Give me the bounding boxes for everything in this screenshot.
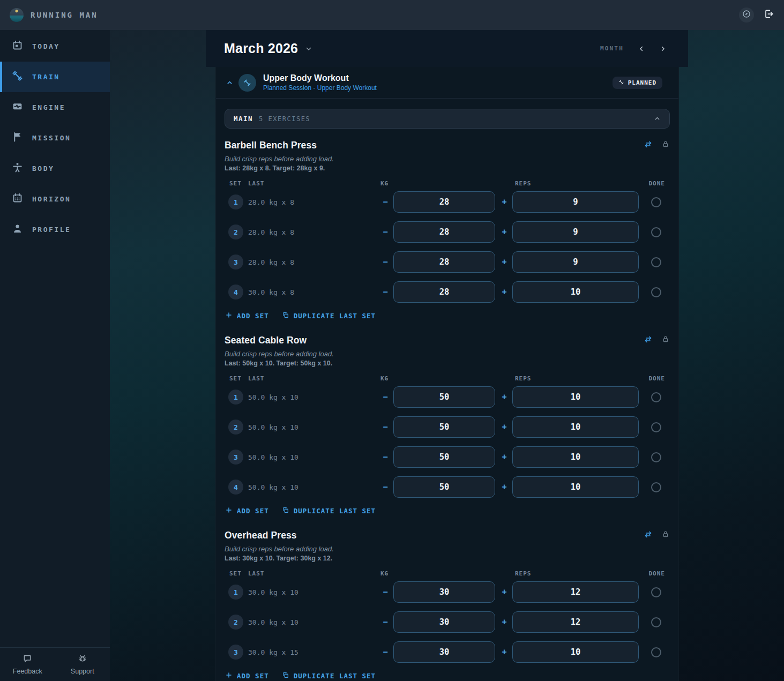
- set-done-checkbox[interactable]: [651, 452, 661, 462]
- sidebar-item-profile[interactable]: PROFILE: [0, 214, 110, 245]
- set-done-checkbox[interactable]: [651, 617, 661, 627]
- set-done-checkbox[interactable]: [651, 587, 661, 597]
- kg-input[interactable]: 30: [393, 581, 495, 603]
- reps-input[interactable]: 10: [512, 641, 639, 663]
- duplicate-last-set-button[interactable]: DUPLICATE LAST SET: [282, 311, 376, 320]
- decrease-kg-button[interactable]: −: [380, 452, 391, 462]
- set-number-badge: 4: [228, 285, 243, 300]
- sidebar-item-today[interactable]: TODAY: [0, 31, 110, 62]
- set-last-result: 50.0 kg x 10: [247, 423, 380, 431]
- reps-input[interactable]: 12: [512, 611, 639, 633]
- increase-kg-button[interactable]: +: [499, 587, 510, 597]
- decrease-kg-button[interactable]: −: [380, 227, 391, 237]
- increase-kg-button[interactable]: +: [499, 257, 510, 267]
- decrease-kg-button[interactable]: −: [380, 647, 391, 657]
- decrease-kg-button[interactable]: −: [380, 287, 391, 297]
- kg-input[interactable]: 30: [393, 611, 495, 633]
- kg-input[interactable]: 50: [393, 416, 495, 438]
- kg-input[interactable]: 50: [393, 476, 495, 498]
- kg-input[interactable]: 30: [393, 641, 495, 663]
- increase-kg-button[interactable]: +: [499, 197, 510, 207]
- swap-exercise-button[interactable]: [644, 140, 653, 151]
- set-done-checkbox[interactable]: [651, 197, 661, 207]
- kg-input[interactable]: 50: [393, 386, 495, 408]
- increase-kg-button[interactable]: +: [499, 422, 510, 432]
- compass-button[interactable]: [739, 8, 754, 23]
- column-headers: SET LAST KG REPS DONE: [225, 375, 670, 382]
- set-done-checkbox[interactable]: [651, 422, 661, 432]
- sidebar-item-engine[interactable]: ENGINE: [0, 92, 110, 123]
- support-button[interactable]: Support: [55, 648, 110, 681]
- exercise-group-header[interactable]: MAIN 5 EXERCISES: [225, 109, 670, 129]
- decrease-kg-button[interactable]: −: [380, 587, 391, 597]
- duplicate-last-set-label: DUPLICATE LAST SET: [294, 312, 376, 320]
- set-number-badge: 3: [228, 645, 243, 660]
- group-count: 5 EXERCISES: [259, 115, 310, 123]
- decrease-kg-button[interactable]: −: [380, 482, 391, 492]
- lock-exercise-button[interactable]: [661, 335, 670, 346]
- kg-input[interactable]: 28: [393, 191, 495, 213]
- duplicate-last-set-button[interactable]: DUPLICATE LAST SET: [282, 671, 376, 680]
- increase-kg-button[interactable]: +: [499, 227, 510, 237]
- lock-icon: [661, 335, 670, 346]
- kg-input[interactable]: 28: [393, 281, 495, 303]
- add-set-button[interactable]: ADD SET: [225, 671, 269, 680]
- decrease-kg-button[interactable]: −: [380, 422, 391, 432]
- set-done-checkbox[interactable]: [651, 287, 661, 297]
- prev-month-button[interactable]: [638, 45, 645, 53]
- duplicate-last-set-button[interactable]: DUPLICATE LAST SET: [282, 506, 376, 515]
- body-icon: [12, 162, 23, 175]
- badge-dumbbell-icon: [618, 78, 624, 87]
- sidebar-item-body[interactable]: BODY: [0, 153, 110, 184]
- sidebar-item-mission[interactable]: MISSION: [0, 123, 110, 153]
- flag-icon: [12, 131, 23, 145]
- swap-exercise-button[interactable]: [644, 530, 653, 541]
- reps-input[interactable]: 12: [512, 581, 639, 603]
- lock-exercise-button[interactable]: [661, 530, 670, 541]
- sidebar-item-label: HORIZON: [32, 195, 71, 203]
- logout-button[interactable]: [764, 9, 774, 21]
- set-last-result: 50.0 kg x 10: [247, 453, 380, 461]
- reps-input[interactable]: 10: [512, 446, 639, 468]
- decrease-kg-button[interactable]: −: [380, 617, 391, 627]
- lock-icon: [661, 140, 670, 151]
- set-done-checkbox[interactable]: [651, 647, 661, 657]
- next-month-button[interactable]: [659, 45, 667, 53]
- chevron-up-icon[interactable]: [654, 115, 661, 122]
- reps-input[interactable]: 10: [512, 386, 639, 408]
- increase-kg-button[interactable]: +: [499, 647, 510, 657]
- reps-input[interactable]: 9: [512, 191, 639, 213]
- sidebar-item-train[interactable]: TRAIN: [0, 62, 110, 92]
- collapse-session-button[interactable]: [226, 79, 233, 86]
- feedback-button[interactable]: Feedback: [0, 648, 55, 681]
- reps-input[interactable]: 9: [512, 221, 639, 243]
- increase-kg-button[interactable]: +: [499, 392, 510, 402]
- set-done-checkbox[interactable]: [651, 482, 661, 492]
- increase-kg-button[interactable]: +: [499, 452, 510, 462]
- decrease-kg-button[interactable]: −: [380, 392, 391, 402]
- reps-input[interactable]: 9: [512, 251, 639, 273]
- lock-exercise-button[interactable]: [661, 140, 670, 151]
- kg-input[interactable]: 28: [393, 221, 495, 243]
- increase-kg-button[interactable]: +: [499, 287, 510, 297]
- kg-input[interactable]: 50: [393, 446, 495, 468]
- increase-kg-button[interactable]: +: [499, 482, 510, 492]
- chat-icon: [23, 654, 32, 665]
- kg-input[interactable]: 28: [393, 251, 495, 273]
- set-done-checkbox[interactable]: [651, 392, 661, 402]
- swap-exercise-button[interactable]: [644, 335, 653, 346]
- decrease-kg-button[interactable]: −: [380, 257, 391, 267]
- reps-input[interactable]: 10: [512, 416, 639, 438]
- increase-kg-button[interactable]: +: [499, 617, 510, 627]
- plus-icon: [225, 671, 233, 680]
- exercise-note: Build crisp reps before adding load.: [225, 155, 670, 163]
- reps-input[interactable]: 10: [512, 476, 639, 498]
- add-set-button[interactable]: ADD SET: [225, 311, 269, 320]
- add-set-button[interactable]: ADD SET: [225, 506, 269, 515]
- sidebar-item-horizon[interactable]: HORIZON: [0, 184, 110, 214]
- decrease-kg-button[interactable]: −: [380, 197, 391, 207]
- set-done-checkbox[interactable]: [651, 257, 661, 267]
- set-done-checkbox[interactable]: [651, 227, 661, 237]
- reps-input[interactable]: 10: [512, 281, 639, 303]
- month-selector[interactable]: March 2026: [224, 41, 312, 56]
